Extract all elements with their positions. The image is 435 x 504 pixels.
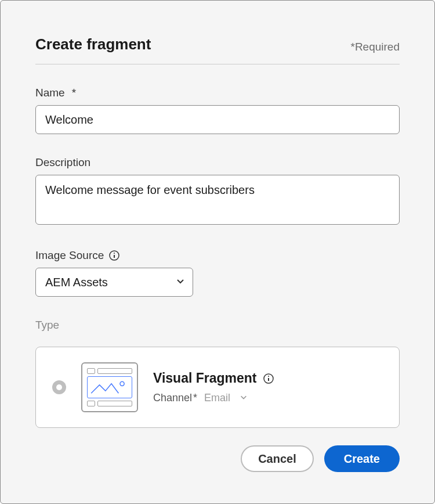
description-label: Description xyxy=(35,156,400,169)
required-note: *Required xyxy=(351,41,400,53)
svg-point-3 xyxy=(120,381,124,386)
type-label: Type xyxy=(35,319,400,332)
visual-fragment-icon xyxy=(81,362,138,412)
radio-inner xyxy=(56,384,62,390)
dialog-header: Create fragment *Required xyxy=(35,35,400,64)
type-title: Visual Fragment xyxy=(153,370,257,386)
channel-row: Channel* Email xyxy=(153,392,274,404)
image-source-label: Image Source xyxy=(35,249,400,262)
name-label-text: Name xyxy=(35,87,65,99)
info-icon[interactable] xyxy=(263,373,274,384)
info-icon[interactable] xyxy=(108,250,120,261)
dialog-title: Create fragment xyxy=(35,35,151,53)
required-asterisk: * xyxy=(72,87,76,99)
image-source-label-text: Image Source xyxy=(35,249,104,262)
channel-label: Channel* xyxy=(153,392,197,404)
type-title-row: Visual Fragment xyxy=(153,370,274,386)
name-label: Name * xyxy=(35,87,400,99)
create-fragment-dialog: Create fragment *Required Name * Descrip… xyxy=(0,0,435,504)
dialog-footer: Cancel Create xyxy=(241,445,400,472)
type-content: Visual Fragment Channel* Email xyxy=(153,370,274,404)
image-source-select[interactable]: AEM Assets xyxy=(35,268,193,297)
description-input[interactable] xyxy=(35,175,400,225)
image-source-select-wrapper: AEM Assets xyxy=(35,268,193,297)
name-field-group: Name * xyxy=(35,87,400,134)
create-button[interactable]: Create xyxy=(324,445,400,472)
svg-point-6 xyxy=(268,376,269,377)
type-option-visual-fragment[interactable]: Visual Fragment Channel* Email xyxy=(35,347,400,428)
description-field-group: Description xyxy=(35,156,400,227)
image-source-field-group: Image Source AEM Assets xyxy=(35,249,400,297)
type-section: Type xyxy=(35,319,400,428)
chevron-down-icon xyxy=(240,393,248,404)
name-input[interactable] xyxy=(35,105,400,134)
cancel-button[interactable]: Cancel xyxy=(241,445,314,472)
channel-select[interactable]: Email xyxy=(204,392,230,404)
radio-button[interactable] xyxy=(52,380,66,394)
description-label-text: Description xyxy=(35,156,90,169)
svg-point-2 xyxy=(114,253,115,254)
